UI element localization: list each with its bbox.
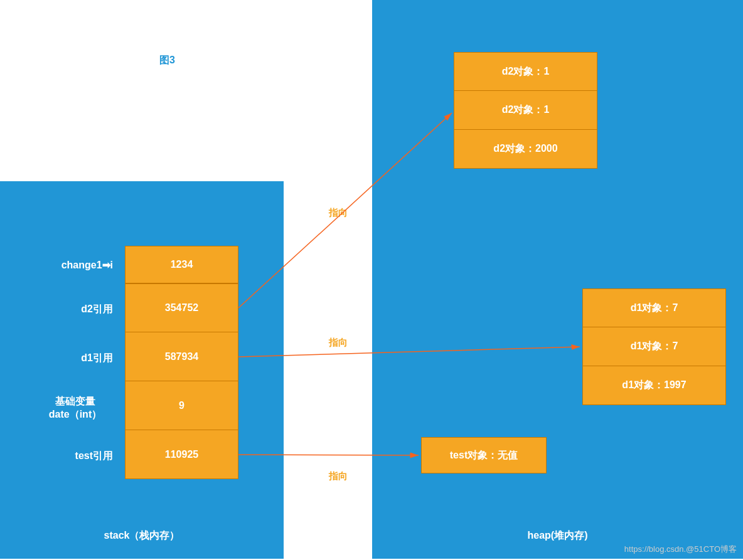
stack-cell-4: 110925 bbox=[125, 430, 238, 479]
arrow-label-d2: 指向 bbox=[329, 207, 348, 219]
stack-panel-label: stack（栈内存） bbox=[0, 529, 284, 542]
stack-label-2: d1引用 bbox=[38, 352, 113, 365]
stack-label-0: change1➡i bbox=[38, 259, 113, 271]
heap-d1-cell-2: d1对象：1997 bbox=[582, 366, 726, 405]
stack-cell-2: 587934 bbox=[125, 332, 238, 381]
stack-label-3: 基础变量 date（int） bbox=[38, 395, 113, 421]
heap-test-cell: test对象：无值 bbox=[421, 437, 547, 473]
stack-label-1: d2引用 bbox=[38, 303, 113, 316]
stack-cell-0: 1234 bbox=[125, 246, 238, 283]
watermark: https://blog.csdn.@51CTO博客 bbox=[624, 544, 737, 555]
stack-cell-1: 354752 bbox=[125, 283, 238, 332]
heap-d1-cell-1: d1对象：7 bbox=[582, 327, 726, 366]
stack-cell-3: 9 bbox=[125, 381, 238, 430]
heap-d2-cell-2: d2对象：2000 bbox=[454, 130, 597, 169]
arrow-label-d1: 指向 bbox=[329, 337, 348, 349]
heap-panel-label: heap(堆内存) bbox=[372, 529, 743, 542]
diagram-title: 图3 bbox=[159, 54, 175, 67]
heap-d2-cell-0: d2对象：1 bbox=[454, 52, 597, 91]
stack-label-4: test引用 bbox=[38, 450, 113, 463]
arrow-label-test: 指向 bbox=[329, 470, 348, 482]
heap-d1-cell-0: d1对象：7 bbox=[582, 288, 726, 327]
heap-d2-cell-1: d2对象：1 bbox=[454, 91, 597, 130]
diagram-canvas: 图3 1234 354752 587934 9 110925 change1➡i… bbox=[0, 0, 743, 560]
